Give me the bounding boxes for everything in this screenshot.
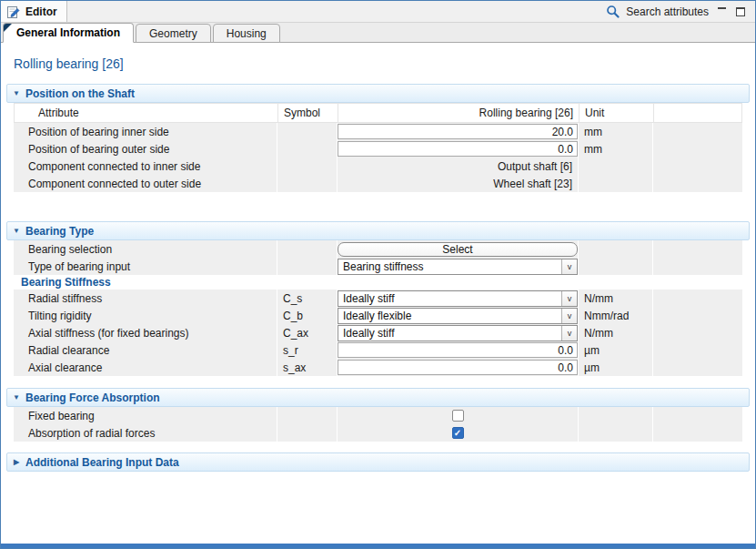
- empty-cell: [653, 290, 742, 307]
- table-row: Component connected to inner side Output…: [14, 158, 742, 175]
- value-cell: [338, 424, 579, 442]
- tab-geometry[interactable]: Geometry: [136, 24, 211, 43]
- section-header-bearing-type[interactable]: ▼ Bearing Type: [6, 221, 750, 240]
- row-label: Fixed bearing: [14, 407, 277, 424]
- clearance-table: Radial clearance s_r µm Axial clearance …: [14, 341, 742, 376]
- absorption-radial-forces-checkbox[interactable]: [452, 427, 464, 439]
- table-header-row: Attribute Symbol Rolling bearing [26] Un…: [14, 103, 742, 123]
- dropdown-value: Ideally flexible: [338, 310, 561, 322]
- row-label: Position of bearing outer side: [14, 140, 277, 158]
- dropdown-value: Bearing stiffness: [338, 260, 561, 273]
- section-title: Additional Bearing Input Data: [25, 456, 179, 469]
- symbol-cell: [277, 258, 338, 275]
- component-inner-value: Output shaft [6]: [338, 158, 579, 175]
- page-title: Rolling bearing [26]: [14, 55, 755, 73]
- radial-stiffness-dropdown[interactable]: Ideally stiff v: [338, 290, 578, 307]
- type-of-bearing-input-dropdown[interactable]: Bearing stiffness v: [338, 259, 578, 275]
- table-row: Component connected to outer side Wheel …: [14, 175, 742, 192]
- symbol-cell: [277, 424, 338, 442]
- header-unit: Unit: [580, 104, 654, 122]
- unit-cell: [579, 175, 653, 192]
- unit-cell: [579, 158, 653, 175]
- symbol-label: C_b: [277, 307, 338, 324]
- empty-cell: [653, 140, 742, 158]
- stiffness-table: Radial stiffness C_s Ideally stiff v N/m…: [14, 290, 742, 341]
- value-cell: [338, 123, 579, 140]
- symbol-cell: [277, 140, 338, 158]
- section-header-position-on-shaft[interactable]: ▼ Position on the Shaft: [6, 84, 750, 103]
- row-label: Component connected to inner side: [14, 158, 277, 175]
- axial-stiffness-dropdown[interactable]: Ideally stiff v: [338, 325, 578, 341]
- unit-label: mm: [579, 123, 653, 140]
- edit-document-icon: [6, 5, 21, 19]
- unit-label: N/mm: [579, 324, 653, 341]
- dropdown-arrow-icon: v: [561, 326, 577, 341]
- bearing-type-table-2: Type of bearing input Bearing stiffness …: [14, 258, 742, 275]
- value-cell: [338, 359, 579, 376]
- value-cell: [338, 407, 579, 424]
- search-icon[interactable]: [606, 5, 620, 18]
- section-header-bearing-force-absorption[interactable]: ▼ Bearing Force Absorption: [6, 388, 750, 407]
- editor-panel-tab[interactable]: Editor: [1, 1, 67, 22]
- value-cell: Select: [338, 240, 579, 258]
- maximize-icon[interactable]: [734, 5, 747, 18]
- table-row: Tilting rigidity C_b Ideally flexible v …: [14, 307, 742, 324]
- minimize-icon[interactable]: [715, 5, 728, 18]
- row-label: Radial stiffness: [14, 290, 277, 307]
- table-row: Radial clearance s_r µm: [14, 341, 742, 359]
- editor-content: Rolling bearing [26] ▼ Position on the S…: [1, 43, 755, 544]
- search-attributes-label[interactable]: Search attributes: [626, 5, 709, 18]
- header-value: Rolling bearing [26]: [338, 104, 580, 122]
- table-row: Axial clearance s_ax µm: [14, 359, 742, 376]
- expand-triangle-icon: ▶: [7, 459, 25, 466]
- axial-clearance-input[interactable]: [338, 360, 578, 375]
- tab-housing[interactable]: Housing: [213, 24, 280, 43]
- unit-cell: [579, 240, 653, 258]
- symbol-cell: [277, 123, 338, 140]
- dropdown-arrow-icon: v: [561, 309, 577, 323]
- bearing-type-table: Bearing selection Select: [14, 240, 742, 258]
- empty-cell: [653, 240, 742, 258]
- fixed-bearing-checkbox[interactable]: [452, 410, 464, 422]
- empty-cell: [653, 258, 742, 275]
- table-row: Fixed bearing: [14, 407, 742, 424]
- row-label: Absorption of radial forces: [14, 424, 277, 442]
- radial-clearance-input[interactable]: [338, 342, 578, 358]
- position-table: Attribute Symbol Rolling bearing [26] Un…: [14, 103, 742, 192]
- table-row: Axial stiffness (for fixed bearings) C_a…: [14, 324, 742, 341]
- dropdown-arrow-icon: v: [561, 259, 577, 274]
- active-tab-corner-icon: [4, 24, 12, 32]
- table-row: Radial stiffness C_s Ideally stiff v N/m…: [14, 290, 742, 307]
- tab-label-general: General Information: [16, 26, 120, 39]
- symbol-cell: [277, 175, 338, 192]
- unit-cell: [579, 407, 653, 424]
- tab-label-housing: Housing: [227, 27, 267, 40]
- symbol-cell: [277, 158, 338, 175]
- row-label: Radial clearance: [14, 341, 277, 359]
- table-row: Position of bearing inner side mm: [14, 123, 742, 140]
- value-cell: Bearing stiffness v: [338, 258, 579, 275]
- empty-cell: [653, 341, 742, 359]
- value-cell: Ideally stiff v: [338, 324, 579, 341]
- empty-cell: [653, 424, 742, 442]
- tilting-rigidity-dropdown[interactable]: Ideally flexible v: [338, 308, 578, 324]
- table-row: Position of bearing outer side mm: [14, 140, 742, 158]
- tab-label-geometry: Geometry: [149, 27, 197, 40]
- position-outer-input[interactable]: [338, 141, 578, 157]
- empty-cell: [653, 158, 742, 175]
- section-title: Position on the Shaft: [25, 87, 135, 100]
- row-label: Type of bearing input: [14, 258, 277, 275]
- empty-cell: [653, 407, 742, 424]
- tab-general-information[interactable]: General Information: [3, 23, 134, 43]
- position-inner-input[interactable]: [338, 124, 578, 139]
- empty-cell: [653, 175, 742, 192]
- section-header-additional-bearing-input-data[interactable]: ▶ Additional Bearing Input Data: [6, 452, 750, 472]
- row-label: Bearing selection: [14, 240, 277, 258]
- unit-cell: [579, 424, 653, 442]
- value-cell: [338, 341, 579, 359]
- empty-cell: [653, 324, 742, 341]
- titlebar: Editor Search attributes: [1, 1, 755, 23]
- symbol-label: C_ax: [277, 324, 338, 341]
- bearing-select-button[interactable]: Select: [338, 242, 578, 257]
- row-label: Component connected to outer side: [14, 175, 277, 192]
